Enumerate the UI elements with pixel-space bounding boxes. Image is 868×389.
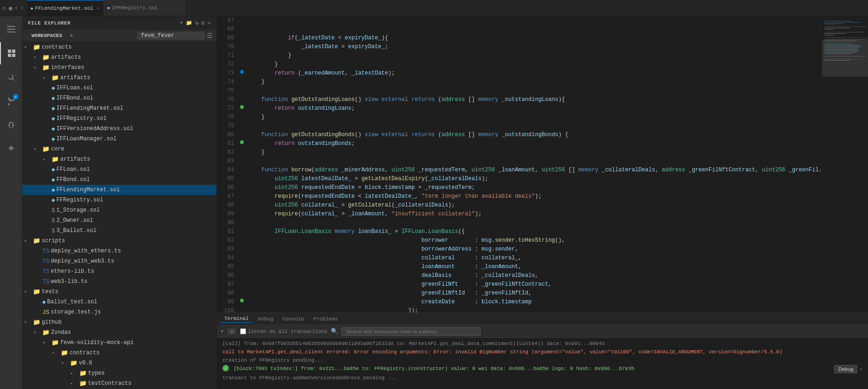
code-line-69: } [248,51,822,60]
tab-terminal[interactable]: Terminal [221,315,253,323]
tree-iffregistrysol[interactable]: ◆ IFFRegistry.sol [22,113,216,124]
workspace-menu-icon[interactable]: ☰ [207,32,213,40]
new-file-icon[interactable]: + [180,20,183,26]
tree-deploy-ethers[interactable]: TS deploy_with_ethers.ts [22,246,216,256]
console-line-3: creation of FFRegistry pending... [222,357,862,364]
breakpoint-77[interactable] [240,105,244,109]
tree-github[interactable]: ▾ 📁 github [22,317,216,327]
workspace-name[interactable]: fevm_fever [137,31,205,40]
tree-1storagesol[interactable]: $ 1_Storage.sol [22,205,216,215]
add-workspace-icon[interactable]: + [70,32,73,39]
tree-core[interactable]: ▾ 📁 core [22,144,216,154]
tree-2ownersol[interactable]: $ 2_Owner.sol [22,215,216,226]
tree-ffregistrysol[interactable]: ◆ FFRegistry.sol [22,195,216,205]
line-numbers: 6768697071727374757677787980818283848586… [217,16,238,313]
tree-testcontracts[interactable]: ▸ 📁 testContracts [22,378,216,389]
tree-contracts[interactable]: ▾ 📁 contracts [22,42,216,52]
debug-button-1[interactable]: Debug [834,365,857,373]
sol-file-icon: $ [51,227,55,234]
tree-v08[interactable]: ▾ 📁 v0.8 [22,358,216,368]
tree-deploy-web3[interactable]: TS deploy_with_web3.ts [22,256,216,266]
tree-artifacts-1[interactable]: ▾ 📁 artifacts [22,52,216,63]
tree-fevm-solidity[interactable]: ▾ 📁 fevm-solidity-mock-api [22,338,216,348]
tree-web3-lib[interactable]: TS web3-lib.ts [22,276,216,287]
tree-interfaces[interactable]: ▾ 📁 interfaces [22,63,216,73]
svg-point-4 [8,103,10,105]
more-options-icon[interactable]: ⋯ [208,20,211,26]
tree-artifacts-2[interactable]: ▸ 📁 artifacts [22,73,216,83]
svg-rect-21 [824,48,859,48]
tree-zondax[interactable]: ▾ 📁 Zondax [22,327,216,338]
run-icon[interactable]: ▷ [3,4,6,12]
collapse-all-icon[interactable]: ⊟ [202,20,205,26]
activity-icon-explorer[interactable] [0,42,22,64]
ts-file-icon: TS [42,258,50,265]
activity-icon-extensions[interactable] [0,138,22,161]
activity-icon-search[interactable] [0,66,22,88]
folder-icon: 📁 [42,64,50,71]
activity-icon-debug[interactable] [0,114,22,137]
sol-file-icon: ◆ [51,94,55,102]
tree-ffloansol[interactable]: ◆ FFLoan.sol [22,164,216,175]
svg-rect-24 [824,52,857,52]
nav-back-icon[interactable]: ‹ [14,4,18,12]
code-line-80: } [248,148,822,157]
tree-3ballotsol[interactable]: $ 3_Ballot.sol [22,226,216,236]
sol-file-icon: ◆ [51,105,55,112]
svg-rect-22 [824,49,857,50]
debug-icon[interactable]: ◉ [8,4,12,12]
tree-storage-test[interactable]: JS storage.test.js [22,307,216,317]
tree-ifflendingmarketsol[interactable]: ◆ IFFLendingMarket.sol [22,103,216,113]
search-input[interactable] [342,327,481,336]
success-icon: ✓ [222,365,229,371]
nav-forward-icon[interactable]: › [20,4,24,12]
tree-ethers-lib[interactable]: TS ethers-lib.ts [22,266,216,276]
chevron-down-icon: ▾ [24,289,32,295]
tree-iffversionedaddresssol[interactable]: ◆ IFFVersionedAddress.sol [22,124,216,134]
tree-iffloanmanagersol[interactable]: ◆ IFFLoanManager.sol [22,134,216,144]
activity-icon-git[interactable]: 1 [0,90,22,113]
tab-fflendingmarketsol[interactable]: ◆ FFLendingMarket.sol ✕ [27,0,103,16]
svg-rect-7 [824,22,862,23]
sol-file-icon: ◆ [51,125,55,132]
new-folder-icon[interactable]: 📁 [186,20,193,26]
tree-scripts[interactable]: ▾ 📁 scripts [22,236,216,246]
breakpoint-73[interactable] [240,70,244,74]
bottom-panel-header: Terminal Debug Console Problems [217,313,868,325]
listen-checkbox[interactable] [240,328,246,334]
close-icon[interactable]: ✕ [96,6,99,11]
ts-file-icon: TS [42,248,50,255]
tree-fflendingmarketsol[interactable]: ◆ FFLendingMarket.sol [22,185,216,195]
tree-tests[interactable]: ▾ 📁 tests [22,287,216,297]
line-number-71: 71 [217,51,234,60]
svg-point-3 [8,98,10,100]
line-number-97: 97 [217,280,234,289]
editor-content: 6768697071727374757677787980818283848586… [217,16,868,313]
minimap[interactable] [822,16,868,313]
tree-artifacts-3[interactable]: ▸ 📁 artifacts [22,154,216,164]
code-content[interactable]: if(_latestDate < expiryDate_){ _latestDa… [246,16,822,313]
tab-console[interactable]: Console [279,315,308,323]
chevron-down-icon: ▾ [24,320,32,325]
tab-problems[interactable]: Problems [310,315,342,323]
folder-icon: 📁 [79,370,87,377]
refresh-icon[interactable]: ↻ [196,20,199,26]
sol-file-icon: ◆ [31,6,33,11]
code-line-75: return outstandingLoans; [248,104,822,113]
expand-icon-1[interactable]: ⌄ [859,365,862,373]
tree-types[interactable]: ▸ 📁 types [22,368,216,378]
tree-iffbondsol[interactable]: ◆ IFFBond.sol [22,93,216,103]
tree-ballot-test[interactable]: ◆ Ballot_test.sol [22,297,216,307]
collapse-icon[interactable]: ▾ [221,328,224,335]
tree-contracts2[interactable]: ▾ 📁 contracts [22,348,216,358]
tab-debug[interactable]: Debug [254,315,277,323]
breakpoint-99[interactable] [240,299,244,302]
tree-iffloansol[interactable]: ◆ IFFLoan.sol [22,83,216,93]
activity-icon-menu[interactable] [0,18,22,40]
svg-point-5 [13,99,14,101]
svg-rect-16 [824,39,865,40]
breakpoint-81[interactable] [240,140,244,144]
tab-iffregistrysol[interactable]: ◆IFFRegistry.sol [103,0,186,16]
folder-icon: 📁 [33,237,40,245]
tree-ffbondsol[interactable]: ◆ FFBond.sol [22,175,216,185]
